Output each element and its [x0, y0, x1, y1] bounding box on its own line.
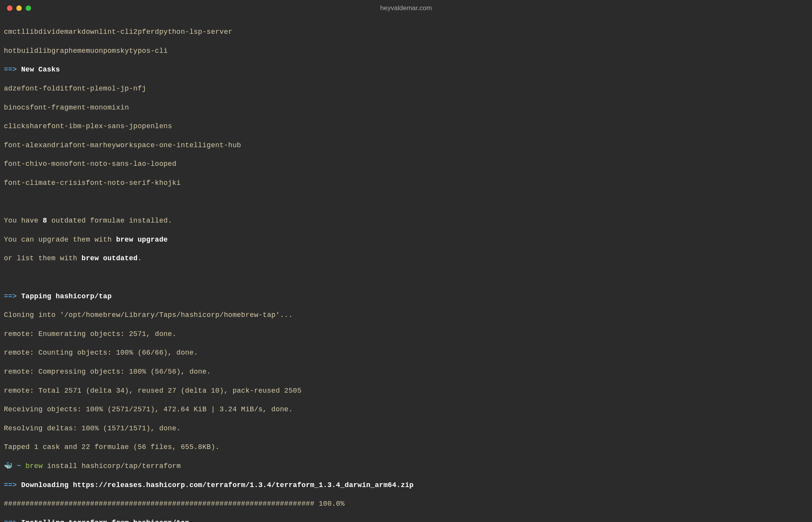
git-clone-line: Cloning into '/opt/homebrew/Library/Taps… — [4, 310, 808, 320]
cask: clickshare — [4, 122, 47, 130]
cask: adze — [4, 85, 21, 92]
formula: libgrapheme — [38, 47, 86, 55]
tapping-header: Tapping hashicorp/tap — [21, 292, 112, 300]
section-arrow: ==> — [4, 519, 17, 522]
cask: mixin — [107, 104, 129, 111]
titlebar: heyvaldemar.com — [0, 0, 812, 16]
cask: openlens — [138, 122, 172, 130]
brew-outdated-cmd: brew outdated — [82, 254, 138, 262]
cask: workspace-one-intelligent-hub — [116, 141, 241, 149]
formula: cmctl — [4, 28, 26, 36]
terminal-output[interactable]: cmctllibdividemarkdownlint-cli2pferdpyth… — [0, 16, 812, 522]
tapped-summary: Tapped 1 cask and 22 formulae (56 files,… — [4, 442, 808, 452]
section-arrow: ==> — [4, 481, 17, 489]
formula: pomsky — [103, 47, 129, 55]
progress-bar: ########################################… — [4, 499, 808, 508]
traffic-lights — [7, 5, 31, 11]
formula: markdownlint-cli2 — [64, 28, 138, 36]
installing-header: Installing terraform from hashicorp/tap — [21, 519, 189, 522]
downloading-header: Downloading https://releases.hashicorp.c… — [21, 481, 413, 489]
cask: font-foldit — [21, 85, 68, 92]
brew-command: brew — [26, 462, 43, 470]
cask: font-noto-serif-khojki — [86, 179, 181, 187]
outdated-text: You can upgrade them with — [4, 236, 116, 244]
formula: hotbuild — [4, 47, 38, 55]
brew-upgrade-cmd: brew upgrade — [116, 236, 168, 244]
cask: font-climate-crisis — [4, 179, 86, 187]
formula: python-lsp-server — [159, 28, 233, 36]
minimize-button[interactable] — [16, 5, 22, 11]
git-enum-line: remote: Enumerating objects: 2571, done. — [4, 329, 808, 339]
section-arrow: ==> — [4, 292, 17, 300]
git-resolving-line: Resolving deltas: 100% (1571/1571), done… — [4, 424, 808, 433]
maximize-button[interactable] — [26, 5, 31, 11]
outdated-text: outdated formulae installed. — [47, 217, 172, 224]
outdated-text: or list them with — [4, 254, 82, 262]
git-total-line: remote: Total 2571 (delta 34), reused 27… — [4, 386, 808, 395]
git-count-line: remote: Counting objects: 100% (66/66), … — [4, 348, 808, 357]
outdated-text: . — [138, 254, 142, 262]
whale-icon: 🐳 — [4, 462, 12, 470]
cask: binocs — [4, 104, 30, 111]
cask: font-fragment-mono — [30, 104, 108, 111]
git-receiving-line: Receiving objects: 100% (2571/2571), 472… — [4, 405, 808, 414]
formula: muon — [86, 47, 103, 55]
terminal-window: heyvaldemar.com cmctllibdividemarkdownli… — [0, 0, 812, 522]
formula: typos-cli — [129, 47, 168, 55]
close-button[interactable] — [7, 5, 12, 11]
cask: font-marhey — [69, 141, 116, 149]
cask: font-ibm-plex-sans-jp — [47, 122, 138, 130]
section-header: New Casks — [21, 66, 60, 73]
cask: font-chivo-mono — [4, 160, 69, 168]
git-compress-line: remote: Compressing objects: 100% (56/56… — [4, 367, 808, 376]
window-title: heyvaldemar.com — [380, 4, 432, 13]
cask: font-alexandria — [4, 141, 69, 149]
cask: font-noto-sans-lao-looped — [69, 160, 177, 168]
formula: pferd — [138, 28, 159, 36]
outdated-count: 8 — [43, 217, 47, 224]
cask: font-plemol-jp-nfj — [69, 85, 146, 92]
section-arrow: ==> — [4, 66, 17, 73]
prompt-tilde: ~ — [17, 462, 21, 470]
brew-args: install hashicorp/tap/terraform — [43, 462, 181, 470]
formula: libdivide — [26, 28, 64, 36]
outdated-text: You have — [4, 217, 43, 224]
